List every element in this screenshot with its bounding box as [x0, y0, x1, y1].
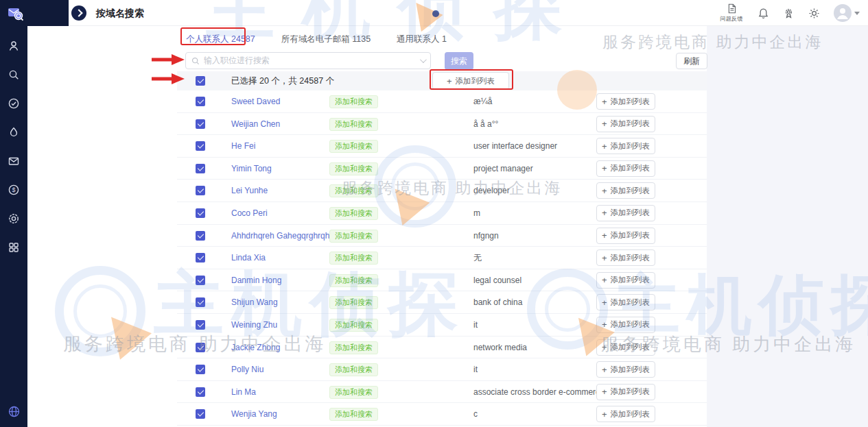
row-checkbox[interactable]: [196, 343, 205, 352]
row-checkbox[interactable]: [196, 97, 205, 106]
sidebar-item-apps[interactable]: [0, 233, 27, 262]
contact-name-link[interactable]: Sweet Daved: [231, 90, 280, 113]
add-and-search-tag[interactable]: 添加和搜索: [329, 274, 378, 287]
add-and-search-tag[interactable]: 添加和搜索: [329, 184, 378, 197]
add-to-list-button[interactable]: + 添加到列表: [596, 205, 655, 221]
plus-icon: +: [602, 298, 607, 307]
add-and-search-tag[interactable]: 添加和搜索: [329, 319, 378, 332]
chevron-down-icon: [420, 56, 427, 63]
add-and-search-tag[interactable]: 添加和搜索: [329, 252, 378, 265]
plus-icon: +: [602, 186, 607, 195]
add-to-list-label: 添加到列表: [611, 409, 650, 419]
contact-name-link[interactable]: Weijian Chen: [231, 113, 280, 136]
table-row: He Fei 添加和搜索 user interface designer + 添…: [177, 135, 707, 158]
contact-name-link[interactable]: Weining Zhu: [231, 314, 277, 337]
bell-icon[interactable]: [758, 8, 769, 19]
sidebar-item-tasks[interactable]: [0, 89, 27, 118]
row-checkbox[interactable]: [196, 297, 205, 307]
tab-personal-contacts[interactable]: 个人联系人 24587: [185, 32, 256, 47]
plus-icon: +: [602, 387, 607, 396]
contact-name-link[interactable]: Danmin Hong: [231, 269, 281, 292]
select-all-checkbox[interactable]: [196, 76, 205, 86]
tab-general-contacts[interactable]: 通用联系人 1: [396, 32, 447, 47]
sidebar-collapse-button[interactable]: [71, 5, 86, 21]
job-title-search-input[interactable]: 输入职位进行搜索: [185, 52, 431, 69]
sidebar-item-mail[interactable]: [0, 147, 27, 175]
add-to-list-button[interactable]: + 添加到列表: [596, 228, 655, 244]
feedback-button[interactable]: 问题反馈: [719, 3, 744, 23]
add-to-list-button[interactable]: + 添加到列表: [596, 361, 655, 378]
plus-icon: +: [447, 77, 452, 86]
contact-name-link[interactable]: He Fei: [231, 135, 255, 158]
row-checkbox[interactable]: [196, 208, 205, 218]
row-checkbox[interactable]: [196, 141, 205, 151]
add-to-list-button[interactable]: + 添加到列表: [596, 182, 655, 199]
table-row: Yimin Tong 添加和搜索 project manager + 添加到列表: [177, 158, 707, 180]
add-and-search-tag[interactable]: 添加和搜索: [329, 296, 378, 309]
contact-name-link[interactable]: Shijun Wang: [231, 291, 278, 314]
language-globe-icon[interactable]: [0, 401, 27, 422]
add-and-search-tag[interactable]: 添加和搜索: [329, 118, 378, 131]
contact-name-link[interactable]: Lin Ma: [231, 381, 256, 404]
add-and-search-tag[interactable]: 添加和搜索: [329, 162, 378, 175]
add-to-list-button[interactable]: + 添加到列表: [596, 317, 655, 333]
row-checkbox[interactable]: [196, 119, 205, 129]
add-and-search-tag[interactable]: 添加和搜索: [329, 363, 378, 376]
contact-name-link[interactable]: Coco Peri: [231, 202, 268, 225]
contact-title: associate cross border e-commerce: [473, 381, 605, 404]
add-to-list-button[interactable]: + 添加到列表: [596, 384, 655, 400]
contact-name-link[interactable]: Yimin Tong: [231, 158, 272, 180]
add-and-search-tag[interactable]: 添加和搜索: [329, 95, 378, 108]
sidebar-item-contacts[interactable]: [0, 32, 27, 60]
sidebar-item-search[interactable]: [0, 60, 27, 89]
add-to-list-button[interactable]: + 添加到列表: [596, 339, 655, 356]
plus-icon: +: [602, 320, 607, 329]
row-checkbox[interactable]: [196, 320, 205, 330]
add-and-search-tag[interactable]: 添加和搜索: [329, 140, 378, 153]
row-checkbox[interactable]: [196, 253, 205, 263]
add-and-search-tag[interactable]: 添加和搜索: [329, 341, 378, 354]
medal-icon[interactable]: [783, 8, 795, 19]
add-to-list-button[interactable]: + 添加到列表: [596, 116, 655, 132]
plus-icon: +: [602, 208, 607, 217]
sidebar-item-warmup-drop[interactable]: [0, 118, 27, 147]
contact-tabs: 个人联系人 24587 所有域名电子邮箱 1135 通用联系人 1: [185, 32, 447, 47]
user-menu[interactable]: [834, 4, 860, 22]
sun-icon[interactable]: [808, 8, 820, 19]
row-checkbox[interactable]: [196, 387, 205, 397]
add-to-list-button[interactable]: + 添加到列表: [596, 160, 655, 177]
add-and-search-tag[interactable]: 添加和搜索: [329, 408, 378, 421]
row-checkbox[interactable]: [196, 186, 205, 195]
add-and-search-tag[interactable]: 添加和搜索: [329, 386, 378, 399]
contact-name-link[interactable]: Jackie Zhong: [231, 337, 280, 359]
contact-title: nfgngn: [473, 225, 499, 247]
bulk-add-to-list-button[interactable]: + 添加到列表: [432, 72, 509, 90]
contact-title: user interface designer: [473, 135, 557, 158]
row-checkbox[interactable]: [196, 231, 205, 241]
contact-name-link[interactable]: Lei Yunhe: [231, 180, 268, 202]
row-checkbox[interactable]: [196, 409, 205, 419]
table-row: Weining Zhu 添加和搜索 it + 添加到列表: [177, 314, 707, 337]
add-and-search-tag[interactable]: 添加和搜索: [329, 230, 378, 243]
add-to-list-button[interactable]: + 添加到列表: [596, 249, 655, 266]
add-to-list-button[interactable]: + 添加到列表: [596, 406, 655, 422]
sidebar-item-rewards-seal[interactable]: [0, 204, 27, 233]
contact-name-link[interactable]: Wenjia Yang: [231, 403, 277, 426]
row-checkbox[interactable]: [196, 276, 205, 285]
bulk-add-to-list-label: 添加到列表: [456, 76, 495, 86]
content-right-background: [707, 26, 868, 427]
row-checkbox[interactable]: [196, 164, 205, 173]
tab-all-domain-emails[interactable]: 所有域名电子邮箱 1135: [281, 32, 371, 47]
contact-name-link[interactable]: Polly Niu: [231, 358, 263, 381]
contact-name-link[interactable]: Linda Xia: [231, 247, 266, 269]
add-to-list-button[interactable]: + 添加到列表: [596, 138, 655, 154]
add-to-list-button[interactable]: + 添加到列表: [596, 294, 655, 310]
add-to-list-button[interactable]: + 添加到列表: [596, 272, 655, 289]
contact-name-link[interactable]: Ahhdrhqreh Gahegqrghrqh: [231, 225, 329, 247]
search-button[interactable]: 搜索: [445, 52, 473, 70]
add-to-list-button[interactable]: + 添加到列表: [596, 93, 655, 110]
sidebar-item-billing[interactable]: $: [0, 175, 27, 204]
add-and-search-tag[interactable]: 添加和搜索: [329, 207, 378, 220]
row-checkbox[interactable]: [196, 365, 205, 374]
refresh-button[interactable]: 刷新: [676, 53, 707, 69]
